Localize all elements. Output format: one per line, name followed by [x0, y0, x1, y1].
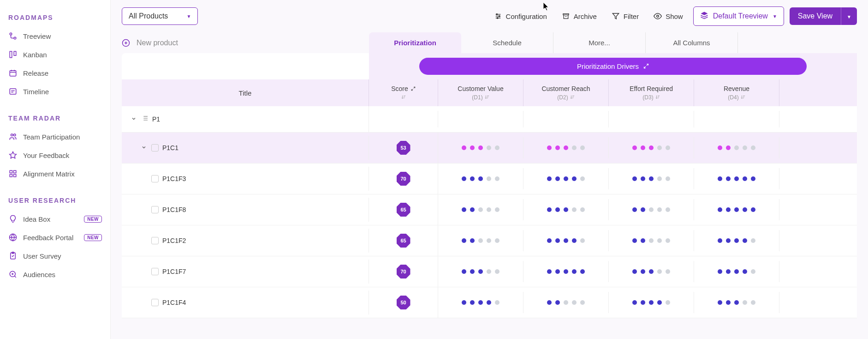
- archive-button[interactable]: Archive: [557, 8, 601, 24]
- driver-cell[interactable]: [609, 292, 694, 313]
- save-view-button[interactable]: Save View: [790, 7, 841, 25]
- row-checkbox[interactable]: [151, 206, 159, 213]
- new-product-label: New product: [137, 39, 178, 47]
- driver-cell[interactable]: [523, 292, 609, 313]
- table-row[interactable]: P1C1F865: [122, 194, 857, 225]
- drivers-header-label: Prioritization Drivers: [577, 62, 639, 70]
- clipboard-icon: [8, 251, 18, 260]
- product-dropdown[interactable]: All Products ▼: [122, 7, 198, 25]
- tab-more-[interactable]: More...: [553, 32, 646, 53]
- rating-dot: [495, 145, 499, 150]
- driver-cell[interactable]: [694, 137, 779, 158]
- rating-dot: [487, 176, 491, 181]
- driver-cell[interactable]: [438, 292, 523, 313]
- table-row[interactable]: P1C1F450: [122, 287, 857, 318]
- driver-cell[interactable]: [609, 199, 694, 220]
- expand-toggle[interactable]: [141, 145, 148, 151]
- sidebar-item-timeline[interactable]: Timeline: [5, 82, 106, 101]
- driver-cell[interactable]: [523, 199, 609, 220]
- driver-column-header[interactable]: Customer Value (D1): [438, 79, 523, 106]
- tab-all-columns[interactable]: All Columns: [646, 32, 738, 53]
- table-row[interactable]: P1C1F770: [122, 256, 857, 287]
- rating-dot: [726, 207, 731, 212]
- driver-cell[interactable]: [438, 261, 523, 282]
- prioritization-drivers-button[interactable]: Prioritization Drivers: [419, 58, 807, 75]
- release-icon: [8, 68, 18, 78]
- tab-prioritization[interactable]: Prioritization: [369, 32, 461, 53]
- rating-dot: [478, 176, 483, 181]
- driver-cell[interactable]: [694, 168, 779, 189]
- sidebar-item-idea-box[interactable]: Idea BoxNEW: [5, 210, 106, 228]
- row-checkbox[interactable]: [151, 175, 159, 182]
- sidebar-item-user-survey[interactable]: User Survey: [5, 247, 106, 265]
- rating-dot: [487, 238, 491, 243]
- row-title: P1C1: [162, 144, 178, 151]
- driver-cell[interactable]: [694, 199, 779, 220]
- driver-cell[interactable]: [694, 230, 779, 251]
- bulb-icon: [8, 214, 18, 224]
- rating-dot: [649, 145, 654, 150]
- table-row[interactable]: P1C1F265: [122, 225, 857, 256]
- new-product-button[interactable]: New product: [122, 33, 369, 53]
- svg-marker-34: [612, 13, 618, 19]
- driver-cell[interactable]: [438, 230, 523, 251]
- sidebar-item-release[interactable]: Release: [5, 64, 106, 82]
- driver-cell[interactable]: [694, 261, 779, 282]
- sidebar-item-audiences[interactable]: Audiences: [5, 265, 106, 284]
- svg-rect-14: [10, 170, 12, 173]
- table-row[interactable]: P1C1F370: [122, 163, 857, 194]
- filter-button[interactable]: Filter: [607, 8, 643, 24]
- driver-cell[interactable]: [523, 261, 609, 282]
- driver-column-header[interactable]: Revenue (D4): [694, 79, 779, 106]
- plus-circle-icon: [122, 39, 130, 47]
- table-row[interactable]: P1: [122, 106, 857, 133]
- driver-cell[interactable]: [609, 137, 694, 158]
- score-badge: 65: [397, 203, 410, 217]
- title-column-header[interactable]: Title: [122, 79, 369, 106]
- sidebar-item-treeview[interactable]: Treeview: [5, 27, 106, 45]
- row-checkbox[interactable]: [151, 299, 159, 306]
- score-cell: 70: [369, 256, 438, 287]
- rating-dot: [572, 269, 577, 274]
- sidebar-item-kanban[interactable]: Kanban: [5, 45, 106, 64]
- new-badge: NEW: [84, 234, 102, 241]
- rating-dot: [657, 269, 662, 274]
- driver-cell[interactable]: [523, 137, 609, 158]
- driver-cell[interactable]: [523, 230, 609, 251]
- rating-dot: [547, 300, 552, 305]
- driver-cell[interactable]: [609, 261, 694, 282]
- rating-dot: [718, 300, 722, 305]
- show-button[interactable]: Show: [649, 8, 688, 24]
- rating-dot: [666, 238, 670, 243]
- rating-dot: [666, 145, 670, 150]
- sidebar-item-your-feedback[interactable]: Your Feedback: [5, 146, 106, 164]
- driver-cell[interactable]: [523, 168, 609, 189]
- svg-point-29: [496, 14, 498, 15]
- main-content: All Products ▼ Configuration Archive Fil…: [111, 0, 868, 339]
- sidebar-item-alignment-matrix[interactable]: Alignment Matrix: [5, 164, 106, 183]
- row-checkbox[interactable]: [151, 144, 159, 151]
- table-row[interactable]: P1C153: [122, 133, 857, 163]
- rating-dot: [478, 145, 483, 150]
- driver-column-header[interactable]: Effort Required (D3): [609, 79, 694, 106]
- driver-column-header[interactable]: Customer Reach (D2): [523, 79, 609, 106]
- row-checkbox[interactable]: [151, 237, 159, 244]
- default-treeview-button[interactable]: Default Treeview ▼: [693, 6, 784, 26]
- tab-schedule[interactable]: Schedule: [461, 32, 553, 53]
- rating-dot: [495, 269, 499, 274]
- driver-cell[interactable]: [438, 137, 523, 158]
- driver-cell[interactable]: [694, 292, 779, 313]
- score-column-header[interactable]: Score: [369, 79, 438, 106]
- driver-cell[interactable]: [438, 168, 523, 189]
- driver-cell[interactable]: [609, 230, 694, 251]
- sidebar-item-feedback-portal[interactable]: Feedback PortalNEW: [5, 228, 106, 247]
- score-cell: 53: [369, 133, 438, 163]
- row-checkbox[interactable]: [151, 268, 159, 275]
- expand-toggle[interactable]: [131, 116, 137, 122]
- configuration-button[interactable]: Configuration: [489, 8, 552, 24]
- sidebar: ROADMAPSTreeviewKanbanReleaseTimelineTEA…: [0, 0, 111, 339]
- sidebar-item-team-participation[interactable]: Team Participation: [5, 127, 106, 146]
- driver-cell[interactable]: [438, 199, 523, 220]
- save-view-dropdown[interactable]: ▼: [841, 7, 857, 25]
- driver-cell[interactable]: [609, 168, 694, 189]
